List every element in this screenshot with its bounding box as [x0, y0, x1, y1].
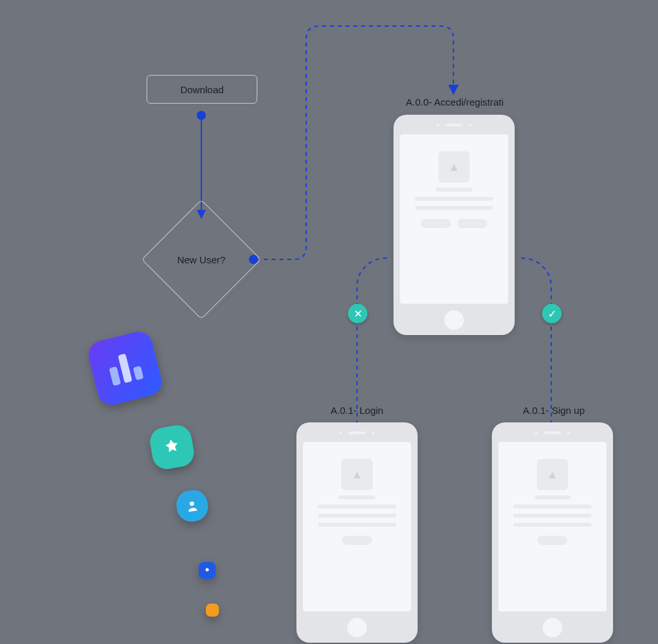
phone-login[interactable]: ▲: [296, 422, 418, 643]
new-user-decision[interactable]: New User?: [159, 217, 244, 302]
app-icon-small-blue: [199, 562, 216, 579]
phone-signup[interactable]: ▲: [492, 422, 613, 643]
screen-label-accedi: A.0.0- Accedi/registrati: [383, 96, 526, 108]
app-icon-small-orange: [206, 604, 219, 617]
bar-chart-icon: [106, 351, 143, 386]
svg-point-3: [190, 501, 195, 506]
svg-marker-2: [448, 85, 459, 95]
screen-label-signup: A.0.1- Sign up: [502, 405, 606, 416]
close-icon: ✕: [354, 308, 362, 320]
badge-no: ✕: [348, 304, 367, 323]
flow-canvas: Download New User? A.0.0- Accedi/registr…: [0, 0, 658, 644]
image-placeholder-icon: ▲: [537, 459, 568, 490]
screen-label-login: A.0.1- Login: [305, 405, 409, 416]
image-placeholder-icon: ▲: [438, 151, 470, 183]
badge-yes: ✓: [542, 304, 562, 323]
check-icon: ✓: [548, 308, 556, 320]
connector-dot: [197, 111, 206, 120]
download-label: Download: [180, 84, 224, 95]
svg-point-4: [206, 568, 209, 572]
phone-accedi[interactable]: ▲: [393, 115, 515, 335]
image-placeholder-icon: ▲: [341, 459, 373, 490]
connector-dot: [249, 255, 258, 264]
decision-label: New User?: [177, 254, 225, 265]
download-node[interactable]: Download: [147, 75, 257, 104]
